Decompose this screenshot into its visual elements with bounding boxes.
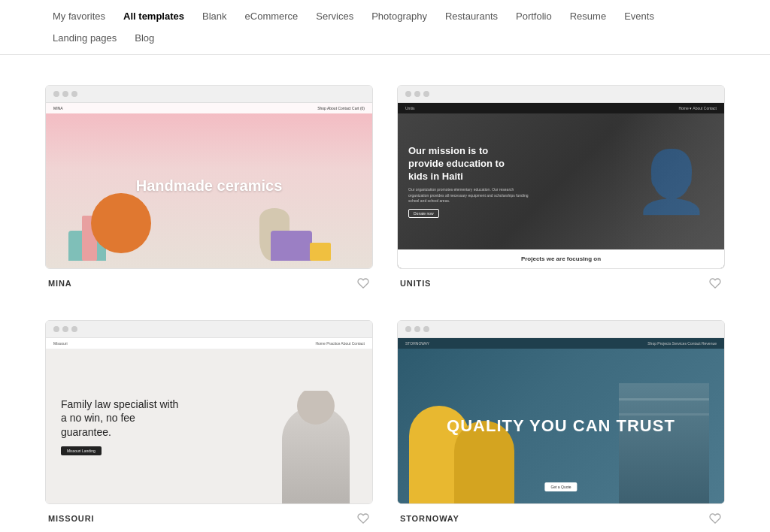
missouri-mini-nav: Missouri Home Practice About Contact: [46, 338, 372, 349]
nav-all-templates[interactable]: All templates: [116, 6, 192, 26]
dot-3: [423, 91, 429, 97]
unitis-preview-container: Unitis Home ▾ About Contact 👤 Our missio…: [397, 85, 725, 269]
nav-ecommerce[interactable]: eCommerce: [238, 6, 306, 26]
template-grid: MINA Shop About Contact Cart (0) Handmad…: [45, 85, 725, 528]
nav-row-2: Landing pages Blog: [45, 26, 725, 54]
unitis-nav-links: Home ▾ About Contact: [678, 106, 717, 110]
dot-1: [405, 326, 411, 332]
stornoway-card-footer: STORNOWAY: [397, 504, 725, 528]
unitis-card-footer: UNITIS: [397, 269, 725, 293]
mina-favorite-button[interactable]: [356, 277, 370, 290]
face-silhouette: 👤: [611, 113, 724, 249]
mina-brand: MINA: [53, 106, 63, 110]
mina-nav-links: Shop About Contact Cart (0): [317, 106, 365, 110]
dot-2: [62, 91, 68, 97]
person-body: [282, 406, 350, 503]
missouri-preview-container: Missouri Home Practice About Contact Fam…: [45, 320, 373, 504]
unitis-favorite-button[interactable]: [708, 277, 722, 290]
dot-2: [62, 326, 68, 332]
nav-photography[interactable]: Photography: [364, 6, 435, 26]
nav-services[interactable]: Services: [308, 6, 361, 26]
nav-blog[interactable]: Blog: [127, 28, 162, 48]
dot-3: [71, 326, 77, 332]
unitis-card-name: UNITIS: [400, 279, 431, 288]
browser-bar-missouri: [46, 321, 372, 338]
building-stripe-1: [619, 398, 709, 401]
missouri-hero-text: Family law specialist with a no win, no …: [61, 397, 181, 439]
nav-blank[interactable]: Blank: [195, 6, 235, 26]
building-stripe-2: [619, 413, 709, 416]
stornoway-hero-text: QUALITY YOU CAN TRUST: [447, 417, 675, 435]
mina-preview-container: MINA Shop About Contact Cart (0) Handmad…: [45, 85, 373, 269]
nav-landing-pages[interactable]: Landing pages: [45, 28, 124, 48]
missouri-favorite-button[interactable]: [356, 512, 370, 525]
missouri-nav-links: Home Practice About Contact: [315, 341, 365, 346]
dot-2: [414, 326, 420, 332]
template-card-missouri[interactable]: Missouri Home Practice About Contact Fam…: [45, 320, 373, 528]
unitis-bg: Unitis Home ▾ About Contact 👤 Our missio…: [398, 103, 724, 268]
building-right: [619, 383, 709, 503]
unitis-preview-image: Unitis Home ▾ About Contact 👤 Our missio…: [398, 103, 724, 268]
missouri-preview-image: Missouri Home Practice About Contact Fam…: [46, 338, 372, 503]
template-grid-wrapper: MINA Shop About Contact Cart (0) Handmad…: [0, 55, 770, 532]
browser-bar-unitis: [398, 86, 724, 103]
missouri-card-name: MISSOURI: [48, 514, 94, 523]
stornoway-mini-nav: STORNOWAY Shop Projects Services Contact…: [398, 338, 724, 349]
template-card-stornoway[interactable]: STORNOWAY Shop Projects Services Contact…: [397, 320, 725, 528]
unitis-mini-nav: Unitis Home ▾ About Contact: [398, 103, 724, 113]
dot-1: [53, 326, 59, 332]
purple-shape: [271, 231, 312, 261]
dot-1: [53, 91, 59, 97]
unitis-hero-text: Our mission is to provide education to k…: [408, 145, 506, 183]
missouri-brand: Missouri: [53, 341, 68, 346]
person-head: [297, 391, 335, 425]
mina-bg: MINA Shop About Contact Cart (0) Handmad…: [46, 103, 372, 268]
nav-events[interactable]: Events: [617, 6, 662, 26]
unitis-footer-text: Projects we are focusing on: [398, 249, 724, 268]
stornoway-bg: STORNOWAY Shop Projects Services Contact…: [398, 338, 724, 503]
stornoway-brand: STORNOWAY: [405, 341, 429, 346]
dot-2: [414, 91, 420, 97]
template-card-unitis[interactable]: Unitis Home ▾ About Contact 👤 Our missio…: [397, 85, 725, 293]
stornoway-preview-container: STORNOWAY Shop Projects Services Contact…: [397, 320, 725, 504]
nav-row-1: My favorites All templates Blank eCommer…: [45, 0, 725, 26]
mina-card-name: MINA: [48, 279, 72, 288]
missouri-cta: Missouri Landing: [61, 446, 102, 455]
mina-card-footer: MINA: [45, 269, 373, 293]
stornoway-cta-btn: Get a Quote: [544, 482, 577, 491]
stornoway-nav-links: Shop Projects Services Contact Revenue: [647, 341, 717, 346]
dot-1: [405, 91, 411, 97]
stornoway-favorite-button[interactable]: [708, 512, 722, 525]
browser-bar: [46, 86, 372, 103]
dot-3: [423, 326, 429, 332]
unitis-hero: 👤 Our mission is to provide education to…: [398, 113, 724, 249]
yellow-shape: [310, 243, 331, 261]
template-card-mina[interactable]: MINA Shop About Contact Cart (0) Handmad…: [45, 85, 373, 293]
dot-3: [71, 91, 77, 97]
stornoway-hero: QUALITY YOU CAN TRUST Get a Quote: [398, 349, 724, 503]
stornoway-card-name: STORNOWAY: [400, 514, 459, 523]
unitis-hero-sub: Our organization promotes elementary edu…: [408, 187, 529, 204]
mina-hero-text: Handmade ceramics: [136, 177, 283, 195]
missouri-hero: Family law specialist with a no win, no …: [46, 349, 372, 503]
nav-wrapper: My favorites All templates Blank eCommer…: [0, 0, 770, 55]
nav-restaurants[interactable]: Restaurants: [438, 6, 505, 26]
orange-shape: [91, 193, 151, 253]
missouri-card-footer: MISSOURI: [45, 504, 373, 528]
browser-bar-stornoway: [398, 321, 724, 338]
missouri-person: [267, 391, 365, 503]
mina-preview-image: MINA Shop About Contact Cart (0) Handmad…: [46, 103, 372, 268]
unitis-brand: Unitis: [405, 106, 415, 110]
nav-resume[interactable]: Resume: [562, 6, 614, 26]
stornoway-preview-image: STORNOWAY Shop Projects Services Contact…: [398, 338, 724, 503]
nav-portfolio[interactable]: Portfolio: [508, 6, 559, 26]
nav-my-favorites[interactable]: My favorites: [45, 6, 113, 26]
mina-mini-nav: MINA Shop About Contact Cart (0): [46, 103, 372, 113]
missouri-bg: Missouri Home Practice About Contact Fam…: [46, 338, 372, 503]
unitis-cta-btn: Donate now: [408, 209, 439, 218]
